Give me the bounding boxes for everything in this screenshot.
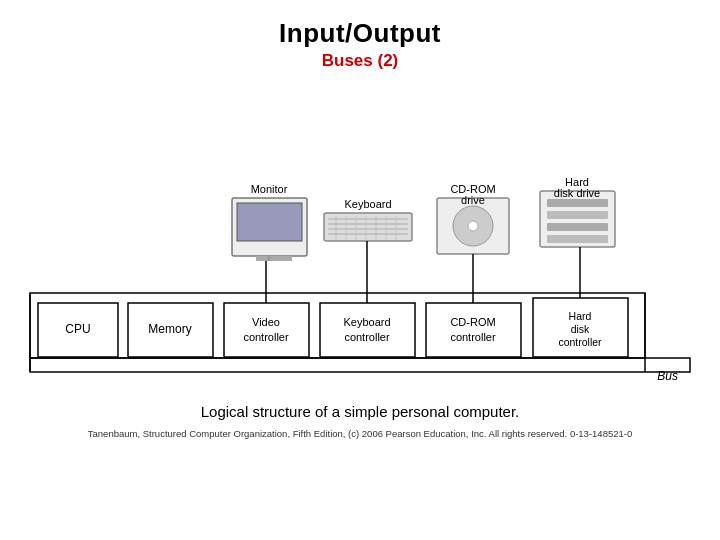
svg-point-48 [468,221,478,231]
svg-rect-56 [547,235,608,243]
svg-rect-28 [256,256,292,261]
svg-point-47 [453,206,493,246]
svg-text:controller: controller [243,331,289,343]
svg-rect-12 [320,303,415,357]
svg-text:Video: Video [252,316,280,328]
svg-text:Hard: Hard [569,310,592,322]
svg-text:CD-ROM: CD-ROM [450,183,495,195]
svg-text:Keyboard: Keyboard [344,198,391,210]
page-title: Input/Output [279,18,441,49]
svg-text:Memory: Memory [148,322,191,336]
footer: Tanenbaum, Structured Computer Organizat… [88,428,632,439]
svg-rect-27 [237,203,302,241]
svg-text:disk drive: disk drive [554,187,600,199]
svg-rect-53 [547,199,608,207]
svg-rect-25 [30,293,645,358]
svg-text:Bus: Bus [657,369,678,383]
svg-text:CPU: CPU [65,322,90,336]
svg-rect-32 [324,213,412,241]
caption: Logical structure of a simple personal c… [201,403,520,420]
svg-rect-16 [426,303,521,357]
svg-text:Monitor: Monitor [251,183,288,195]
svg-text:drive: drive [461,194,485,206]
svg-text:Keyboard: Keyboard [343,316,390,328]
svg-text:disk: disk [571,323,590,335]
svg-text:CD-ROM: CD-ROM [450,316,495,328]
svg-rect-2 [38,303,118,357]
svg-text:controller: controller [344,331,390,343]
svg-rect-46 [437,198,509,254]
svg-rect-8 [224,303,309,357]
svg-rect-5 [128,303,213,357]
svg-text:controller: controller [558,336,602,348]
svg-rect-26 [232,198,307,256]
svg-rect-0 [30,358,690,372]
svg-text:Hard: Hard [565,176,589,188]
svg-rect-54 [547,211,608,219]
page-subtitle: Buses (2) [322,51,399,71]
svg-rect-20 [533,298,628,357]
svg-text:controller: controller [450,331,496,343]
svg-rect-55 [547,223,608,231]
svg-rect-52 [540,191,615,247]
diagram: Bus CPU Memory Video controller Keyboard… [20,83,700,393]
